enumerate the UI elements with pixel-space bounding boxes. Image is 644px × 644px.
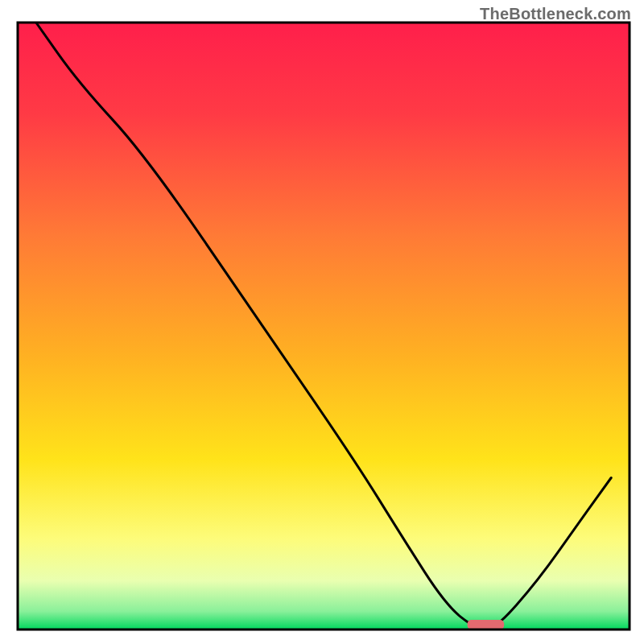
optimal-marker	[468, 620, 505, 630]
watermark-label: TheBottleneck.com	[480, 5, 631, 23]
bottleneck-chart	[0, 0, 644, 644]
gradient-background	[18, 23, 630, 630]
chart-container: TheBottleneck.com	[0, 0, 644, 644]
